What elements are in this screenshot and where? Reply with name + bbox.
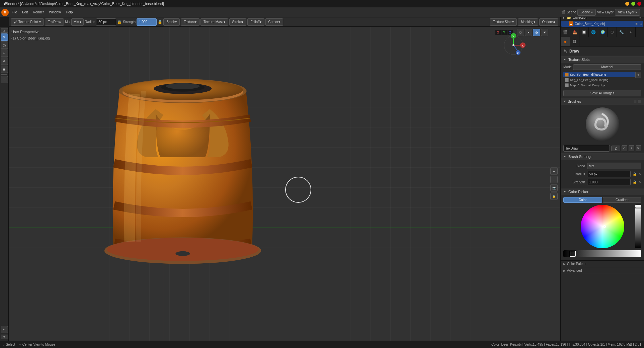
clone-tool-btn[interactable]: ⊕ <box>1 58 8 65</box>
brush-btn[interactable]: Brush ▾ <box>163 18 180 26</box>
main-viewport[interactable]: User Perspective (1) Color_Beer_Keg.obj … <box>9 27 560 341</box>
options-btn[interactable]: Options ▾ <box>539 18 558 26</box>
modifier-props-icon[interactable]: 🔧 <box>617 27 626 37</box>
strength-lock-prop-icon[interactable]: 🔒 <box>633 180 637 184</box>
falloff-btn[interactable]: Falloff ▾ <box>247 18 264 26</box>
radius-field[interactable]: 50 px <box>96 18 116 26</box>
texture-btn[interactable]: Texture ▾ <box>181 18 199 26</box>
particles-props-icon[interactable]: ✦ <box>626 27 636 37</box>
stroke-btn[interactable]: Stroke ▾ <box>229 18 247 26</box>
render-props-icon[interactable]: 🎬 <box>561 27 570 37</box>
slot-specular[interactable]: Keg_For_Beer_specular.png <box>563 77 641 83</box>
render-menu[interactable]: Render <box>31 9 46 16</box>
brush-number: 2 <box>611 146 620 151</box>
brushes-header[interactable]: ▼ Brushes ☰ ⬛ <box>561 98 644 105</box>
texture-props-icon[interactable]: 🖼 <box>570 37 579 46</box>
texture-mask-btn[interactable]: Texture Mask ▾ <box>200 18 228 26</box>
zoom-out-btn[interactable]: - <box>550 176 558 183</box>
masking-btn[interactable]: Masking ▾ <box>518 18 538 26</box>
new-brush-btn[interactable]: + <box>629 145 634 151</box>
tool-nav-up[interactable]: ▲ <box>1 28 8 33</box>
brush-grid-view-btn[interactable]: ⬛ <box>638 100 641 103</box>
help-menu[interactable]: Help <box>64 9 75 16</box>
brush-name-header[interactable]: TexDraw <box>45 18 64 26</box>
diffuse-slot-label: Keg_For_Beer_diffuse.png <box>570 73 606 76</box>
rendered-btn[interactable]: ☀ <box>541 29 548 36</box>
save-all-images-btn[interactable]: Save All Images <box>563 90 641 96</box>
brushes-section: ▼ Brushes ☰ ⬛ 2 ✓ + ✕ <box>561 98 644 153</box>
texture-slots-header[interactable]: ▼ Texture Slots <box>561 56 644 63</box>
object-props-icon[interactable]: ⬡ <box>608 27 617 37</box>
texture-slots-btn[interactable]: Texture Slots ▾ <box>490 18 517 26</box>
color-wheel-container[interactable] <box>563 205 641 248</box>
smear-tool-btn[interactable]: ≈ <box>1 50 8 57</box>
center-view-status[interactable]: ○ Center View to Mouse <box>19 343 55 346</box>
material-preview-btn[interactable]: ◑ <box>533 29 540 36</box>
tool-nav-down[interactable]: ▼ <box>1 335 8 339</box>
slot-normal[interactable]: Map_0_Normal_Bump.tga <box>563 83 641 88</box>
minimize-btn[interactable] <box>625 2 629 6</box>
strength-lock-icon[interactable]: 🔒 <box>158 20 162 24</box>
object-item-keg[interactable]: ▲ Color_Beer_Keg.obj 👁 ⬡ <box>561 21 643 27</box>
brush-name-field[interactable] <box>563 145 610 152</box>
view-layer-props-icon[interactable]: 🔲 <box>579 27 589 37</box>
file-menu[interactable]: File <box>10 9 19 16</box>
specular-slot-label: Keg_For_Beer_specular.png <box>570 78 609 82</box>
draw-tool-header: ✎ Draw <box>561 47 644 56</box>
window-menu[interactable]: Window <box>47 9 63 16</box>
radius-lock-icon[interactable]: 🔒 <box>117 20 122 24</box>
fake-user-btn[interactable]: ✓ <box>622 145 627 151</box>
nav-gizmo[interactable]: X Y Z <box>500 32 527 59</box>
mask-tool-btn[interactable]: ⬚ <box>1 76 8 83</box>
svg-point-20 <box>512 44 514 46</box>
brightness-bar[interactable] <box>635 205 641 248</box>
blend-label: Mix <box>65 20 70 24</box>
scene-select[interactable]: Scene ▾ <box>577 9 595 16</box>
output-props-icon[interactable]: 📤 <box>570 27 579 37</box>
color-wheel[interactable] <box>581 205 624 248</box>
brush-list-view-btn[interactable]: ☰ <box>634 100 637 103</box>
blender-logo-btn[interactable]: B <box>1 9 9 16</box>
view-layer-select[interactable]: View Layer ▾ <box>615 9 640 16</box>
maximize-btn[interactable] <box>631 2 635 6</box>
brightness-cursor <box>635 207 641 208</box>
camera-btn[interactable]: 📷 <box>550 184 558 192</box>
object-select-icon[interactable]: ⬡ <box>640 22 642 25</box>
blend-prop-select[interactable]: Mix <box>587 163 641 169</box>
edit-menu[interactable]: Edit <box>20 9 30 16</box>
delete-brush-btn[interactable]: ✕ <box>636 145 641 151</box>
fill-tool-btn[interactable]: ◼ <box>1 66 8 73</box>
radius-row: Radius 50 px 🔒 ✎ <box>563 170 641 178</box>
blend-select[interactable]: Mix ▾ <box>71 18 84 26</box>
scene-props-icon[interactable]: 🌐 <box>589 27 598 37</box>
slot-diffuse[interactable]: Keg_For_Beer_diffuse.png <box>563 72 641 77</box>
strength-field[interactable]: 1.000 <box>137 18 157 26</box>
radius-pen-icon[interactable]: ✎ <box>639 172 641 176</box>
object-visibility-icon[interactable]: 👁 <box>635 22 638 26</box>
color-palette-header[interactable]: ▶ Color Palette <box>561 261 644 267</box>
strength-prop-field[interactable]: 1.000 <box>587 179 631 185</box>
strength-label: Strength <box>123 20 136 24</box>
radius-lock-prop-icon[interactable]: 🔒 <box>633 172 637 176</box>
hex-color-bar[interactable] <box>563 250 641 257</box>
advanced-header[interactable]: ▶ Advanced <box>561 267 644 274</box>
mode-selector[interactable]: 🖌 Texture Paint ▾ <box>11 18 44 26</box>
world-props-icon[interactable]: 🌍 <box>598 27 608 37</box>
close-btn[interactable] <box>637 2 641 6</box>
add-slot-btn[interactable]: + <box>635 72 641 78</box>
gradient-tab[interactable]: Gradient <box>603 197 642 203</box>
material-mode-btn[interactable]: Material <box>573 64 641 70</box>
strength-pen-icon[interactable]: ✎ <box>639 180 641 184</box>
soften-tool-btn[interactable]: ◎ <box>1 41 8 49</box>
lock-btn[interactable]: 🔒 <box>550 193 558 200</box>
radius-prop-field[interactable]: 50 px <box>587 171 631 177</box>
color-picker-header[interactable]: ▼ Color Picker <box>561 188 644 195</box>
cursor-btn[interactable]: Cursor ▾ <box>265 18 283 26</box>
zoom-in-btn[interactable]: + <box>550 168 558 175</box>
material-props-icon[interactable]: ● <box>561 37 570 46</box>
draw-tool-btn[interactable]: ✎ <box>1 33 8 41</box>
cursor-tool-btn[interactable]: ↖ <box>1 326 8 333</box>
brush-settings-header[interactable]: ▼ Brush Settings <box>561 153 644 160</box>
select-status[interactable]: ○ Select <box>3 343 15 346</box>
color-tab[interactable]: Color <box>563 197 602 203</box>
